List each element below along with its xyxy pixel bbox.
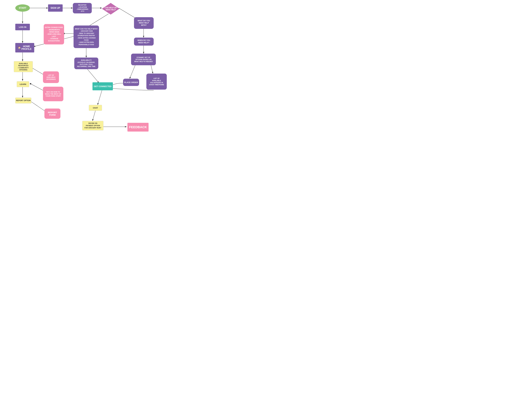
available-resources-node: AVAILABLE RESOURCES / COMMUNITY OFFERING <box>14 61 33 72</box>
svg-line-23 <box>98 90 102 105</box>
svg-line-22 <box>30 101 44 111</box>
start-node: START <box>15 4 30 12</box>
svg-line-17 <box>86 68 99 83</box>
signup-node: SIGN UP <box>48 4 63 12</box>
svg-line-7 <box>87 14 109 27</box>
payment-node: DECIDE ON PAYMENT OPTION FOR GROCERY RUN… <box>82 121 103 130</box>
dynamic-options-node: DYNAMIC SET OF OPTIONS BASED ON WHAT HEL… <box>131 54 156 65</box>
info-food-node: INFO ON HOW TO MAKE THE MOST OF YOUR FOO… <box>43 87 63 101</box>
what-need-help-node: WHAT DO YOU NEED HELP WITH? <box>134 17 154 29</box>
learn-node: LEARN <box>17 81 29 87</box>
get-connected-node: GET CONNECTED <box>92 82 113 90</box>
place-order-node: PLACE ORDER <box>123 79 139 86</box>
feedback-node: FEEDBACK <box>127 123 148 132</box>
extra-cooked-node: EXTRA COOKED FOOD - INGREDIENTS - WHEN M… <box>44 24 64 45</box>
when-need-help-node: WHEN DO YOU NEED HELP? <box>134 38 154 45</box>
availability-node: AVAILABILITY (GOOGLE CALENDAR, OUTLOOK, … <box>74 58 98 69</box>
svg-line-24 <box>92 111 96 121</box>
register-node: REGISTER - LOCATION - ONBOARDING - ETC <box>73 3 92 13</box>
report-form-node: REPORT FORM <box>44 109 60 119</box>
login-node: LOG IN <box>15 24 30 30</box>
list-volunteers-node: LIST OF AVAILABLE VOLUNTEERS IN GIVEN TI… <box>146 74 167 90</box>
svg-line-20 <box>30 84 43 90</box>
svg-line-6 <box>119 8 137 19</box>
home-profile-node: 🏠 HOME PROFILE <box>15 43 34 52</box>
what-can-help-node: WHAT CAN YOU HELP WITH? - GROCERY RUN - … <box>74 25 99 48</box>
chat-node: CHAT <box>89 105 102 111</box>
report-option-node: REPORT OPTION <box>15 98 31 104</box>
can-help-node: CAN HELP OR NEED HELP <box>102 3 119 15</box>
home-icon: 🏠 <box>18 46 21 49</box>
list-offerings-node: LIST OF AVAILABLE OFFERINGS <box>43 71 59 83</box>
flowchart: START SIGN UP REGISTER - LOCATION - ONBO… <box>0 0 173 141</box>
